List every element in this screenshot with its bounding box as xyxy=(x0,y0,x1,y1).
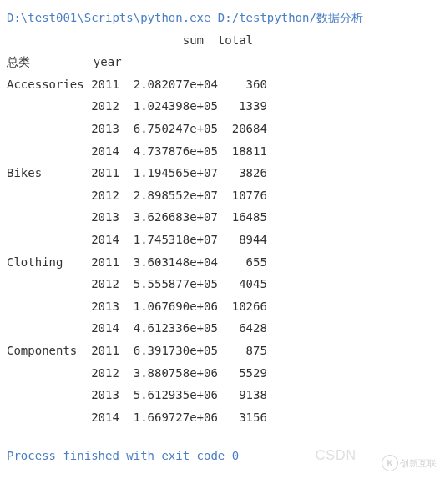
data-row: 2013 3.626683e+07 16485 xyxy=(7,206,433,229)
data-row: 2014 1.669727e+06 3156 xyxy=(7,406,433,429)
data-row: 2013 1.067690e+06 10266 xyxy=(7,295,433,318)
brand-logo-icon: K xyxy=(382,455,398,471)
data-row: Bikes 2011 1.194565e+07 3826 xyxy=(7,162,433,184)
watermark-csdn: CSDN xyxy=(316,443,357,468)
data-row: 2012 2.898552e+07 10776 xyxy=(7,184,433,207)
blank-line xyxy=(7,428,433,445)
data-row: Components 2011 6.391730e+05 875 xyxy=(7,340,433,362)
data-row: Accessories 2011 2.082077e+04 360 xyxy=(7,73,433,96)
column-header: sum total xyxy=(7,29,433,52)
command-line: D:\test001\Scripts\python.exe D:/testpyt… xyxy=(7,7,433,29)
data-row: 2013 6.750247e+05 20684 xyxy=(7,118,433,140)
data-row: 2014 4.737876e+05 18811 xyxy=(7,140,433,163)
data-row: 2012 5.555877e+05 4045 xyxy=(7,273,433,295)
data-row: 2012 1.024398e+05 1339 xyxy=(7,95,433,118)
watermark-brand: K 创新互联 xyxy=(382,455,437,472)
data-row: 2013 5.612935e+06 9138 xyxy=(7,384,433,406)
data-row: 2014 1.745318e+07 8944 xyxy=(7,229,433,251)
data-row: Clothing 2011 3.603148e+04 655 xyxy=(7,251,433,274)
brand-text: 创新互联 xyxy=(400,455,437,472)
data-row: 2014 4.612336e+05 6428 xyxy=(7,317,433,340)
exit-status: Process finished with exit code 0 xyxy=(7,445,433,467)
index-header: 总类 year xyxy=(7,51,433,73)
data-row: 2012 3.880758e+06 5529 xyxy=(7,362,433,385)
